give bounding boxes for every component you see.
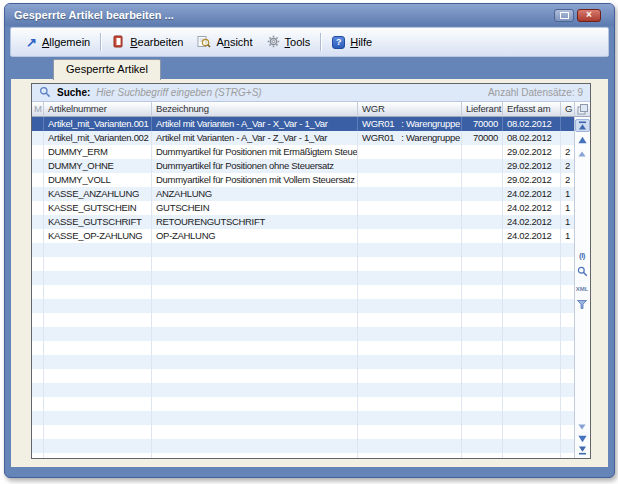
table-row-empty (32, 425, 575, 439)
toolbar-item-label: Hilfe (350, 36, 372, 48)
cell-m (32, 369, 44, 383)
grid-search-icon[interactable] (576, 266, 588, 277)
table-row[interactable]: DUMMY_VOLLDummyartikel für Positionen mi… (32, 173, 575, 187)
cell-wgr (358, 397, 462, 411)
cell-m (32, 383, 44, 397)
gear-icon (267, 35, 280, 50)
cell-erfasst (503, 453, 561, 458)
cell-wgr (358, 453, 462, 458)
table-row[interactable]: Artikel_mit_Varianten.001Artikel mit Var… (32, 117, 575, 131)
cell-wgr (358, 369, 462, 383)
cell-g (561, 271, 575, 285)
table-row-empty (32, 411, 575, 425)
column-header-bezeichnung[interactable]: Bezeichnung (152, 102, 358, 117)
cell-g: 1 (561, 201, 575, 215)
column-header-artikelnummer[interactable]: Artikelnummer (44, 102, 152, 117)
table-row[interactable]: Artikel_mit_Varianten.002Artikel mit Var… (32, 131, 575, 145)
cell-m (32, 425, 44, 439)
cell-artikelnummer (44, 327, 152, 341)
cell-artikelnummer: Artikel_mit_Varianten.001 (44, 117, 152, 131)
cell-lieferant (462, 271, 503, 285)
cell-artikelnummer (44, 453, 152, 458)
table-row-empty (32, 453, 575, 458)
toolbar-item-tools[interactable]: Tools (260, 32, 318, 53)
cell-artikelnummer (44, 285, 152, 299)
tab-gesperrte-artikel[interactable]: Gesperrte Artikel (53, 59, 161, 80)
cell-g: 1 (561, 215, 575, 229)
column-header-m[interactable]: M (32, 102, 44, 117)
cell-bezeichnung (152, 397, 358, 411)
toolbar-item-bearbeiten[interactable]: Bearbeiten (105, 32, 190, 53)
table-row[interactable]: KASSE_GUTSCHRIFTRETOURENGUTSCHRIFT24.02.… (32, 215, 575, 229)
table-row[interactable]: DUMMY_ERMDummyartikel für Positionen mit… (32, 145, 575, 159)
table-row[interactable]: DUMMY_OHNEDummyartikel für Positionen oh… (32, 159, 575, 173)
cell-g (561, 411, 575, 425)
toolbar-item-ansicht[interactable]: Ansicht (190, 32, 259, 53)
toolbar-separator (100, 33, 102, 51)
table-row-empty (32, 383, 575, 397)
cell-m (32, 397, 44, 411)
cell-g (561, 131, 575, 145)
cell-m (32, 173, 44, 187)
column-chooser-icon[interactable] (575, 102, 590, 117)
column-header-erfasst-am[interactable]: Erfasst am (503, 102, 561, 117)
page-down-icon[interactable] (576, 433, 588, 444)
cell-wgr: WGR01 : Warengruppe 1 (358, 131, 462, 145)
page-up-icon[interactable] (576, 134, 588, 145)
cell-m (32, 313, 44, 327)
scroll-up-icon[interactable] (576, 148, 588, 159)
table-row-empty (32, 397, 575, 411)
cell-g (561, 355, 575, 369)
table-row[interactable]: KASSE_GUTSCHEINGUTSCHEIN24.02.20121 (32, 201, 575, 215)
column-header-g[interactable]: G (561, 102, 575, 117)
toolbar-item-allgemein[interactable]: ↗ Allgemein (19, 33, 97, 52)
title-bar: Gesperrte Artikel bearbeiten ... × (5, 4, 614, 26)
cell-artikelnummer: DUMMY_VOLL (44, 173, 152, 187)
table-row-empty (32, 439, 575, 453)
restore-icon (560, 12, 569, 19)
column-header-lieferant[interactable]: Lieferant (462, 102, 503, 117)
cell-bezeichnung (152, 453, 358, 458)
cell-bezeichnung (152, 411, 358, 425)
cell-g (561, 299, 575, 313)
cell-erfasst (503, 369, 561, 383)
cell-m (32, 145, 44, 159)
go-last-record-icon[interactable] (576, 445, 588, 456)
cell-artikelnummer (44, 341, 152, 355)
column-header-wgr[interactable]: WGR (358, 102, 462, 117)
xml-export-icon[interactable]: XML (576, 283, 588, 294)
cell-g (561, 117, 575, 131)
cell-erfasst: 24.02.2012 (503, 229, 561, 243)
cell-lieferant (462, 369, 503, 383)
cell-lieferant: 70000 (462, 117, 503, 131)
cell-m (32, 117, 44, 131)
scroll-down-icon[interactable] (576, 421, 588, 432)
cell-bezeichnung: RETOURENGUTSCHRIFT (152, 215, 358, 229)
cell-m (32, 131, 44, 145)
cell-artikelnummer (44, 313, 152, 327)
table-row[interactable]: KASSE_OP-ZAHLUNGOP-ZAHLUNG24.02.20121 (32, 229, 575, 243)
cell-bezeichnung (152, 243, 358, 257)
search-input[interactable]: Hier Suchbegriff eingeben (STRG+S) (96, 87, 482, 98)
question-mark-icon: ? (332, 36, 345, 49)
red-notebook-icon (112, 35, 125, 50)
go-first-record-icon[interactable] (575, 119, 590, 132)
cell-artikelnummer (44, 439, 152, 453)
toolbar-item-label: Ansicht (216, 36, 252, 48)
toolbar-item-label: Bearbeiten (130, 36, 183, 48)
record-paren-icon[interactable]: (I) (576, 250, 588, 261)
table-row[interactable]: KASSE_ANZAHLUNGANZAHLUNG24.02.20121 (32, 187, 575, 201)
restore-button[interactable] (554, 9, 574, 22)
cell-erfasst: 24.02.2012 (503, 187, 561, 201)
cell-artikelnummer: KASSE_GUTSCHRIFT (44, 215, 152, 229)
toolbar-item-hilfe[interactable]: ? Hilfe (325, 33, 379, 52)
cell-bezeichnung: ANZAHLUNG (152, 187, 358, 201)
cell-artikelnummer (44, 411, 152, 425)
filter-funnel-icon[interactable] (576, 299, 588, 310)
cell-g: 2 (561, 145, 575, 159)
close-button[interactable]: × (577, 9, 601, 22)
cell-wgr (358, 313, 462, 327)
cell-m (32, 355, 44, 369)
cell-wgr (358, 257, 462, 271)
cell-g: 1 (561, 229, 575, 243)
